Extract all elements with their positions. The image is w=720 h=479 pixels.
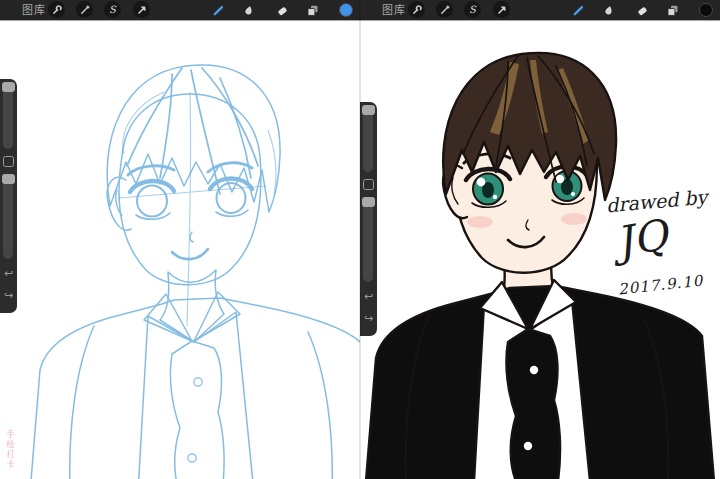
smudge-tool-button[interactable]	[600, 2, 616, 18]
sketch-artwork	[0, 20, 360, 479]
toolbar-right: 图库 S	[360, 0, 720, 20]
toolbar-left: 图库 S	[0, 0, 360, 20]
adjustments-button[interactable]	[76, 1, 93, 18]
signature-monogram: JQ	[612, 210, 671, 267]
brush-controls-sidebar: ↩ ↪	[360, 102, 377, 336]
drawing-canvas-sketch[interactable]: 手绘打卡	[0, 20, 360, 479]
smudge-finger-icon	[602, 4, 615, 17]
opacity-slider[interactable]	[363, 198, 373, 282]
opacity-handle[interactable]	[2, 174, 15, 184]
modify-button[interactable]	[3, 156, 14, 167]
eraser-tool-button[interactable]	[634, 2, 650, 18]
eraser-tool-button[interactable]	[274, 2, 290, 18]
redo-button[interactable]: ↪	[0, 289, 17, 301]
brush-size-handle[interactable]	[2, 82, 15, 92]
undo-icon: ↩	[4, 267, 13, 279]
brush-controls-sidebar: ↩ ↪	[0, 79, 17, 313]
gallery-button[interactable]: 图库	[22, 4, 46, 16]
magic-wand-icon	[439, 4, 451, 16]
brush-stroke-icon	[572, 4, 585, 17]
redo-button[interactable]: ↪	[360, 312, 377, 324]
color-swatch[interactable]	[699, 3, 713, 17]
transform-button[interactable]	[133, 1, 150, 18]
s-glyph-icon: S	[109, 5, 116, 15]
brush-stroke-icon	[212, 4, 225, 17]
arrow-cursor-icon	[136, 4, 148, 16]
layers-icon	[666, 4, 679, 17]
smudge-finger-icon	[242, 4, 255, 17]
eraser-icon	[276, 4, 289, 17]
smudge-tool-button[interactable]	[240, 2, 256, 18]
redo-icon: ↪	[364, 312, 373, 324]
wrench-icon	[411, 4, 423, 16]
layers-icon	[306, 4, 319, 17]
s-glyph-icon: S	[469, 5, 476, 15]
opacity-handle[interactable]	[362, 197, 375, 207]
window-split-divider[interactable]	[359, 0, 361, 479]
actions-button[interactable]	[48, 1, 65, 18]
brush-size-slider[interactable]	[363, 106, 373, 172]
eraser-icon	[636, 4, 649, 17]
drawing-canvas-colored[interactable]: drawed by JQ 2017.9.10	[360, 20, 720, 479]
opacity-slider[interactable]	[3, 175, 13, 259]
brush-size-slider[interactable]	[3, 83, 13, 149]
transform-button[interactable]	[493, 1, 510, 18]
selection-button[interactable]: S	[464, 1, 481, 18]
actions-button[interactable]	[408, 1, 425, 18]
wrench-icon	[51, 4, 63, 16]
modify-button[interactable]	[363, 179, 374, 190]
watermark-vertical-text: 手绘打卡	[4, 430, 15, 470]
undo-button[interactable]: ↩	[0, 267, 17, 279]
arrow-cursor-icon	[496, 4, 508, 16]
magic-wand-icon	[79, 4, 91, 16]
procreate-window-right: 图库 S	[360, 0, 720, 479]
color-swatch[interactable]	[339, 3, 353, 17]
undo-icon: ↩	[364, 290, 373, 302]
redo-icon: ↪	[4, 289, 13, 301]
gallery-button[interactable]: 图库	[382, 4, 406, 16]
layers-button[interactable]	[304, 2, 320, 18]
layers-button[interactable]	[664, 2, 680, 18]
brush-tool-button[interactable]	[210, 2, 226, 18]
procreate-window-left: 图库 S	[0, 0, 360, 479]
undo-button[interactable]: ↩	[360, 290, 377, 302]
brush-tool-button[interactable]	[570, 2, 586, 18]
adjustments-button[interactable]	[436, 1, 453, 18]
brush-size-handle[interactable]	[362, 105, 375, 115]
selection-button[interactable]: S	[104, 1, 121, 18]
